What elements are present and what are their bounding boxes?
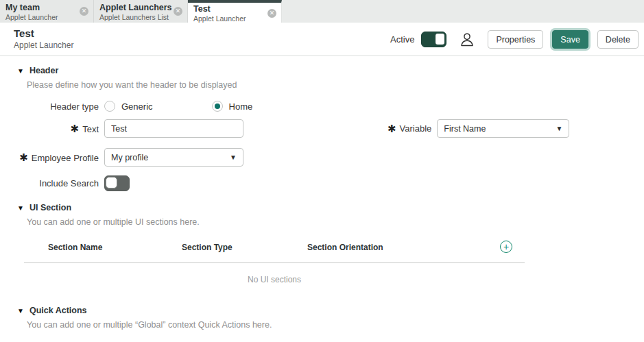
header-type-label: Header type <box>17 101 99 112</box>
tab-applet-launchers[interactable]: Applet Launchers Applet Launchers List ✕ <box>94 0 188 23</box>
required-icon: ✱ <box>71 123 80 134</box>
close-icon[interactable]: ✕ <box>174 7 182 16</box>
collapse-arrow-icon: ▼ <box>17 204 24 212</box>
employee-profile-dropdown[interactable]: My profile ▼ <box>104 148 243 167</box>
section-description: You can add one or multiple “Global” con… <box>27 320 644 330</box>
section-description: Please define how you want the header to… <box>27 80 644 90</box>
section-title: Header <box>29 66 58 75</box>
include-search-toggle[interactable] <box>104 175 130 191</box>
table-divider <box>24 262 525 263</box>
radio-generic[interactable]: Generic <box>104 101 153 112</box>
include-search-row: Include Search <box>17 175 644 191</box>
chevron-down-icon: ▼ <box>556 125 562 132</box>
radio-home-label: Home <box>229 101 253 112</box>
add-ui-section-button[interactable]: + <box>500 241 512 253</box>
delete-button[interactable]: Delete <box>597 30 639 49</box>
tab-my-team[interactable]: My team Applet Launcher ✕ <box>0 0 94 23</box>
chevron-down-icon: ▼ <box>230 154 237 161</box>
main-content: ▼ Header Please define how you want the … <box>0 66 644 342</box>
page-header: Test Applet Launcher Active Properties S… <box>0 23 644 56</box>
close-icon[interactable]: ✕ <box>80 7 88 16</box>
ui-section-empty-state: No UI sections <box>24 275 525 284</box>
section-quick-actions-toggle[interactable]: ▼ Quick Actions <box>17 306 644 315</box>
variable-label: Variable <box>400 123 432 134</box>
page-title: Test <box>14 27 34 39</box>
tab-title: Test <box>193 4 266 14</box>
section-title: Quick Actions <box>29 306 87 315</box>
text-field-label: ✱Text <box>17 123 99 135</box>
active-toggle-label: Active <box>390 34 414 45</box>
required-icon: ✱ <box>19 151 28 163</box>
save-button[interactable]: Save <box>552 30 588 49</box>
active-toggle[interactable] <box>421 32 446 47</box>
tab-subtitle: Applet Launchers List <box>99 13 172 21</box>
employee-profile-row: ✱Employee Profile My profile ▼ <box>17 148 644 167</box>
employee-profile-value: My profile <box>111 153 148 162</box>
variable-dropdown[interactable]: First Name ▼ <box>437 119 569 138</box>
person-icon[interactable] <box>459 32 475 48</box>
tab-subtitle: Applet Launcher <box>5 13 78 21</box>
text-input[interactable] <box>104 119 243 138</box>
radio-circle-selected <box>212 101 223 112</box>
section-title: UI Section <box>29 203 71 212</box>
section-ui-toggle[interactable]: ▼ UI Section <box>17 203 644 212</box>
radio-dot <box>215 103 220 109</box>
variable-field: ✱ Variable First Name ▼ <box>387 119 569 138</box>
variable-value: First Name <box>444 124 486 134</box>
text-variable-row: ✱Text ✱ Variable First Name ▼ <box>17 119 644 138</box>
tab-title: My team <box>5 3 78 12</box>
collapse-arrow-icon: ▼ <box>17 307 24 315</box>
header-type-row: Header type Generic Home <box>17 101 644 112</box>
toggle-knob <box>435 33 445 45</box>
header-controls: Active Properties Save Delete <box>390 23 639 56</box>
column-header: Section Orientation <box>307 243 383 252</box>
ui-section-table-header: Section Name Section Type Section Orient… <box>17 243 644 256</box>
collapse-arrow-icon: ▼ <box>17 67 24 75</box>
page-subtitle: Applet Launcher <box>14 40 73 50</box>
column-header: Section Type <box>182 243 232 252</box>
radio-home[interactable]: Home <box>212 101 253 112</box>
properties-button[interactable]: Properties <box>488 30 543 49</box>
radio-generic-label: Generic <box>121 101 153 112</box>
tab-title: Applet Launchers <box>99 3 172 12</box>
required-icon: ✱ <box>387 123 396 135</box>
tab-subtitle: Applet Launcher <box>193 14 266 23</box>
section-header-toggle[interactable]: ▼ Header <box>17 66 644 75</box>
include-search-label: Include Search <box>17 178 99 188</box>
column-header: Section Name <box>48 243 102 252</box>
employee-profile-label: ✱Employee Profile <box>17 151 99 164</box>
tab-test-active[interactable]: Test Applet Launcher ✕ <box>188 0 282 23</box>
radio-circle <box>104 101 115 112</box>
section-description: You can add one or multiple UI sections … <box>27 217 644 227</box>
tab-bar: My team Applet Launcher ✕ Applet Launche… <box>0 0 644 23</box>
toggle-knob <box>106 177 117 188</box>
close-icon[interactable]: ✕ <box>267 9 276 18</box>
